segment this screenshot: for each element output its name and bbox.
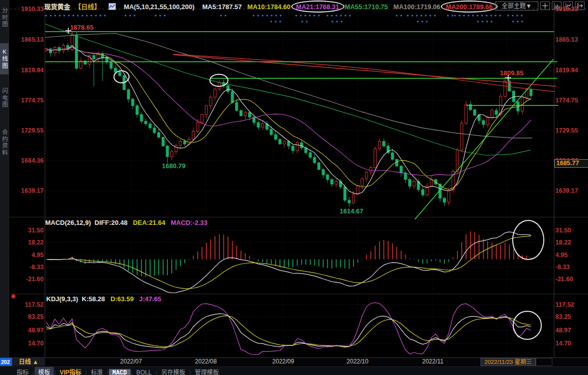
kdj-k-value: K:58.28 (82, 295, 105, 303)
kdj-axis-label-left: 117.52 (9, 301, 45, 309)
period-label: 【日线】 (74, 2, 100, 11)
kdj-axis-label-left: 48.97 (9, 326, 45, 334)
toolbar-item-BOLL[interactable]: BOLL (133, 368, 156, 375)
macd-axis-label-left: -8.33 (9, 263, 45, 271)
macd-params: MACD(26,12,9) (45, 219, 91, 226)
chart-canvas[interactable] (0, 0, 588, 375)
price-axis-label-left: 1729.55 (9, 127, 45, 135)
date-label: 2022/08 (188, 358, 223, 365)
date-label: 2022/07 (113, 358, 149, 365)
ma-params-label: MA(5,10,21,55,100,200) (124, 3, 194, 11)
toolbar-divider: | (33, 369, 34, 375)
toolbar-item-VIP指标[interactable]: VIP指标 (56, 367, 85, 375)
date-label: 2022/09 (266, 358, 301, 365)
price-axis-label-right: 1865.13 (555, 36, 578, 44)
kdj-params: KDJ(9,3,3) (46, 295, 78, 303)
macd-axis-label-left: 4.95 (9, 251, 45, 259)
ma-legend-MA200: MA200:1789.66 (446, 3, 493, 11)
toolbar-divider: | (189, 369, 191, 375)
price-axis-label-left: 1819.94 (9, 66, 45, 74)
price-axis-label-left: 1910.33 (9, 5, 45, 13)
price-axis-label-left: 1639.17 (9, 187, 45, 195)
kdj-axis-label-left: 83.25 (9, 313, 45, 321)
ma-legend-MA5: MA5:1787.57 (202, 3, 242, 11)
current-date-cell: 2022/11/23 星期三 (481, 358, 536, 366)
price-axis-label-left: 1774.75 (9, 96, 45, 104)
highlight-ellipse (441, 1, 498, 13)
highlight-ellipse (291, 1, 344, 13)
mini-chart-icon[interactable] (108, 3, 116, 12)
kdj-axis-label-right: 117.52 (555, 301, 574, 309)
ma-legend-MA10: MA10:1784.60 (248, 3, 291, 11)
toolbar-item-模板[interactable]: 模板 (35, 367, 54, 375)
macd-axis-label-right: -8.33 (555, 263, 570, 271)
kdj-d-value: D:63.59 (110, 295, 134, 303)
toolbar-item-标准[interactable]: 标准 (87, 367, 106, 375)
price-tag: 1685.77 (554, 159, 588, 168)
price-axis-label-right: 1729.55 (555, 127, 578, 135)
toolbar-item-另存模板[interactable]: 另存模板 (158, 367, 189, 375)
macd-axis-label-right: 31.50 (555, 226, 571, 234)
kdj-axis-label-left: 14.70 (9, 339, 45, 347)
macd-axis-label-right: -21.60 (555, 275, 573, 283)
kdj-axis-label-right: 83.25 (555, 313, 571, 321)
kdj-axis-label-right: 14.70 (555, 339, 571, 347)
ma-legend-MA100: MA100:1719.06 (394, 3, 440, 11)
trading-app-window: 分时图K线图闪电图合约资料 现货黄金 【日线】 MA(5,10,21,55,10… (0, 0, 588, 375)
macd-header: MACD(26,12,9) DIFF:20.48 DEA:21.64 MACD:… (45, 219, 207, 226)
kdj-header: KDJ(9,3,3) K:58.28 D:63.59 J:47.65 (46, 295, 161, 303)
crosshair-icon[interactable] (540, 2, 550, 10)
price-axis-label-right: 1639.17 (555, 187, 578, 195)
date-label: 2022/11 (415, 358, 450, 365)
date-label: 2022/10 (340, 358, 375, 365)
empty-date-cell (536, 358, 552, 366)
period-switch[interactable]: 日线 ▲ (12, 358, 45, 366)
ma-legend-MA21: MA21:1768.31 (296, 3, 339, 11)
bottom-toolbar: 指标|模板|VIP指标|标准|MACD|BOLL|另存模板|管理模板 (0, 366, 588, 375)
kdj-axis-label-right: 48.97 (555, 326, 571, 334)
symbol-title: 现货黄金 (44, 2, 70, 11)
macd-value: MACD:-2.33 (171, 219, 207, 226)
price-axis-label-right: 1819.94 (555, 66, 578, 74)
macd-diff-value: DIFF:20.48 (94, 219, 128, 226)
kdj-j-value: J:47.65 (139, 295, 161, 303)
theme-select-button[interactable]: 全部主题▼ (495, 2, 538, 11)
indicator-settings-icon[interactable]: ✺ (11, 293, 16, 300)
toolbar-item-管理模板[interactable]: 管理模板 (191, 367, 222, 375)
macd-axis-label-left: -21.60 (9, 275, 45, 283)
toolbar-divider: | (107, 369, 108, 375)
chart-header: 现货黄金 【日线】 MA(5,10,21,55,100,200) MA5:178… (44, 2, 498, 11)
price-axis-label-right: 1774.75 (555, 96, 578, 104)
year-clip-cell: 202 (0, 358, 13, 366)
price-axis-label-left: 1865.13 (9, 36, 45, 44)
ma-legend: MA5:1787.57MA10:1784.60MA21:1768.31MA55:… (202, 2, 498, 11)
toolbar-divider: | (54, 369, 56, 375)
macd-axis-label-right: 18.22 (555, 238, 571, 246)
macd-axis-label-left: 31.50 (9, 226, 45, 234)
price-axis-label-left: 1684.36 (9, 157, 45, 165)
macd-dea-value: DEA:21.64 (133, 219, 165, 226)
ma-legend-MA55: MA55:1710.75 (345, 3, 388, 11)
toolbar-divider: | (85, 369, 87, 375)
toolbar-item-指标[interactable]: 指标 (13, 367, 32, 375)
macd-axis-label-left: 18.22 (9, 238, 45, 246)
macd-axis-label-right: 4.95 (555, 251, 567, 259)
price-axis-label-right: 1910.33 (555, 5, 578, 13)
toolbar-divider: | (156, 369, 157, 375)
toolbar-divider: | (131, 369, 133, 375)
toolbar-item-MACD[interactable]: MACD (109, 369, 131, 375)
